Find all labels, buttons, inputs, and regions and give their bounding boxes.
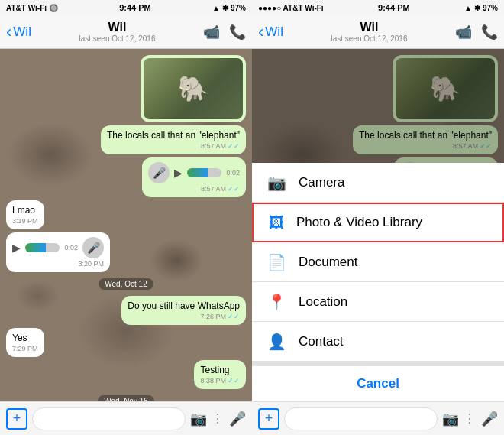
carrier-left: AT&T Wi-Fi 🔘 bbox=[6, 4, 58, 12]
audio-player-in: ▶ 0:02 🎤 bbox=[12, 237, 104, 258]
message-whatsapp: Do you still have WhatsApp 7:26 PM ✓✓ bbox=[121, 296, 246, 325]
cancel-label: Cancel bbox=[357, 376, 399, 391]
camera-action-icon: 📷 bbox=[267, 174, 286, 192]
contact-name-left: Wil bbox=[31, 21, 203, 34]
audio-waveform-out bbox=[187, 168, 221, 177]
play-button-out[interactable]: ▶ bbox=[174, 167, 183, 179]
mic-input-icon-right[interactable]: 🎤 bbox=[481, 411, 498, 427]
time-left: 9:44 PM bbox=[119, 3, 151, 12]
chat-title-right: Wil last seen Oct 12, 2016 bbox=[283, 21, 455, 43]
action-photo-library[interactable]: 🖼 Photo & Video Library bbox=[252, 203, 504, 242]
message-yes: Yes 7:29 PM bbox=[6, 328, 44, 357]
message-testing: Testing 8:38 PM ✓✓ bbox=[194, 360, 246, 389]
plus-button[interactable]: + bbox=[6, 408, 27, 430]
battery-right: 97% bbox=[483, 4, 498, 12]
camera-icon-right[interactable]: 📷 bbox=[442, 411, 459, 427]
voice-call-icon[interactable]: 📞 bbox=[229, 24, 246, 41]
msg-text-lmao: Lmao bbox=[12, 205, 35, 216]
action-location[interactable]: 📍 Location bbox=[252, 282, 504, 322]
last-seen-left: last seen Oct 12, 2016 bbox=[31, 34, 203, 43]
back-chevron-icon-right: ‹ bbox=[258, 24, 263, 41]
testing-check-icon: ✓✓ bbox=[228, 377, 240, 385]
msg-time-testing: 8:38 PM bbox=[200, 377, 226, 385]
nav-bar-right: ‹ Wil Wil last seen Oct 12, 2016 📹 📞 bbox=[252, 15, 504, 49]
msg-meta-audio-in: 3:20 PM bbox=[12, 260, 104, 268]
video-call-icon-right[interactable]: 📹 bbox=[455, 24, 472, 41]
msg-meta-yes: 7:29 PM bbox=[12, 345, 38, 352]
msg-meta-audio-out: 8:57 AM ✓✓ bbox=[148, 185, 240, 193]
whatsapp-check-icon: ✓✓ bbox=[228, 313, 240, 320]
message-input[interactable] bbox=[32, 407, 186, 430]
message-input-right[interactable] bbox=[284, 407, 438, 430]
msg-check-icon: ✓✓ bbox=[228, 142, 240, 150]
messages-left: 🐘 The locals call that an "elephant" 8:5… bbox=[0, 49, 252, 401]
action-camera[interactable]: 📷 Camera bbox=[252, 163, 504, 203]
right-panel: ●●●●○ AT&T Wi-Fi 9:44 PM ▲ ✱ 97% ‹ Wil W… bbox=[252, 0, 504, 435]
msg-meta-whatsapp: 7:26 PM ✓✓ bbox=[128, 313, 240, 320]
location-icon: 📍 bbox=[267, 293, 286, 311]
input-bar-left: + 📷 ⋮ 🎤 bbox=[0, 401, 252, 435]
msg-time-whatsapp: 7:26 PM bbox=[200, 313, 226, 320]
message-lmao: Lmao 3:19 PM bbox=[6, 200, 44, 229]
contact-label: Contact bbox=[299, 334, 344, 349]
time-right: 9:44 PM bbox=[378, 3, 410, 12]
message-elephant-text: The locals call that an "elephant" 8:57 … bbox=[101, 125, 246, 154]
contact-name-right: Wil bbox=[283, 21, 455, 34]
msg-text-yes: Yes bbox=[12, 333, 27, 343]
document-icon: 📄 bbox=[267, 253, 286, 271]
elephant-image: 🐘 bbox=[144, 58, 243, 119]
audio-time-in: 3:20 PM bbox=[78, 260, 104, 268]
cancel-button[interactable]: Cancel bbox=[252, 362, 504, 401]
msg-meta: 8:57 AM ✓✓ bbox=[107, 142, 240, 150]
back-chevron-icon: ‹ bbox=[6, 24, 11, 41]
play-button-in[interactable]: ▶ bbox=[12, 242, 21, 254]
battery-left: 97% bbox=[231, 4, 246, 12]
action-sheet: 📷 Camera 🖼 Photo & Video Library 📄 Docum… bbox=[252, 163, 504, 401]
left-panel: AT&T Wi-Fi 🔘 9:44 PM ▲ ✱ 97% ‹ Wil Wil l… bbox=[0, 0, 252, 435]
audio-duration-in: 0:02 bbox=[64, 244, 78, 252]
action-document[interactable]: 📄 Document bbox=[252, 242, 504, 282]
status-icons-right: ▲ ✱ 97% bbox=[464, 4, 498, 12]
last-seen-right: last seen Oct 12, 2016 bbox=[283, 34, 455, 43]
msg-time-lmao: 3:19 PM bbox=[12, 217, 38, 225]
plus-button-right[interactable]: + bbox=[258, 408, 279, 430]
video-call-icon[interactable]: 📹 bbox=[203, 24, 220, 41]
chat-title-left: Wil last seen Oct 12, 2016 bbox=[31, 21, 203, 43]
action-contact[interactable]: 👤 Contact bbox=[252, 322, 504, 362]
location-label: Location bbox=[299, 294, 347, 310]
date-separator-oct12: Wed, Oct 12 bbox=[99, 278, 153, 290]
photo-library-icon: 🖼 bbox=[269, 214, 284, 232]
input-bar-right: + 📷 ⋮ 🎤 bbox=[252, 401, 504, 435]
nav-actions-left: 📹 📞 bbox=[203, 24, 246, 41]
status-bar-left: AT&T Wi-Fi 🔘 9:44 PM ▲ ✱ 97% bbox=[0, 0, 252, 15]
more-options-icon[interactable]: ⋮ bbox=[212, 411, 225, 426]
msg-meta-testing: 8:38 PM ✓✓ bbox=[200, 377, 240, 385]
contact-icon: 👤 bbox=[267, 333, 286, 351]
nav-actions-right: 📹 📞 bbox=[455, 24, 498, 41]
message-audio-in: ▶ 0:02 🎤 3:20 PM bbox=[6, 232, 110, 272]
msg-time: 8:57 AM bbox=[201, 142, 226, 150]
back-button-left[interactable]: ‹ Wil bbox=[6, 24, 31, 41]
nav-bar-left: ‹ Wil Wil last seen Oct 12, 2016 📹 📞 bbox=[0, 15, 252, 49]
chat-area-left: 🐘 The locals call that an "elephant" 8:5… bbox=[0, 49, 252, 401]
audio-waveform-in bbox=[25, 243, 60, 252]
status-bar-right: ●●●●○ AT&T Wi-Fi 9:44 PM ▲ ✱ 97% bbox=[252, 0, 504, 15]
audio-time-out: 8:57 AM bbox=[201, 185, 226, 193]
avatar-out: 🎤 bbox=[148, 162, 170, 183]
bluetooth-icon: ✱ bbox=[222, 4, 228, 12]
date-separator-nov16: Wed, Nov 16 bbox=[98, 395, 154, 401]
voice-call-icon-right[interactable]: 📞 bbox=[481, 24, 498, 41]
more-options-icon-right[interactable]: ⋮ bbox=[464, 411, 477, 426]
back-label-left: Wil bbox=[13, 24, 31, 40]
back-label-right: Wil bbox=[265, 24, 283, 40]
back-button-right[interactable]: ‹ Wil bbox=[258, 24, 283, 41]
mic-input-icon[interactable]: 🎤 bbox=[229, 411, 246, 427]
document-label: Document bbox=[299, 255, 357, 270]
msg-text-testing: Testing bbox=[200, 365, 229, 375]
arrow-icon-right: ▲ bbox=[464, 4, 472, 12]
avatar-in: 🎤 bbox=[82, 237, 104, 258]
audio-check-icon: ✓✓ bbox=[228, 185, 240, 193]
camera-icon[interactable]: 📷 bbox=[190, 411, 207, 427]
msg-text-whatsapp: Do you still have WhatsApp bbox=[128, 300, 240, 311]
action-sheet-overlay: 📷 Camera 🖼 Photo & Video Library 📄 Docum… bbox=[252, 49, 504, 401]
